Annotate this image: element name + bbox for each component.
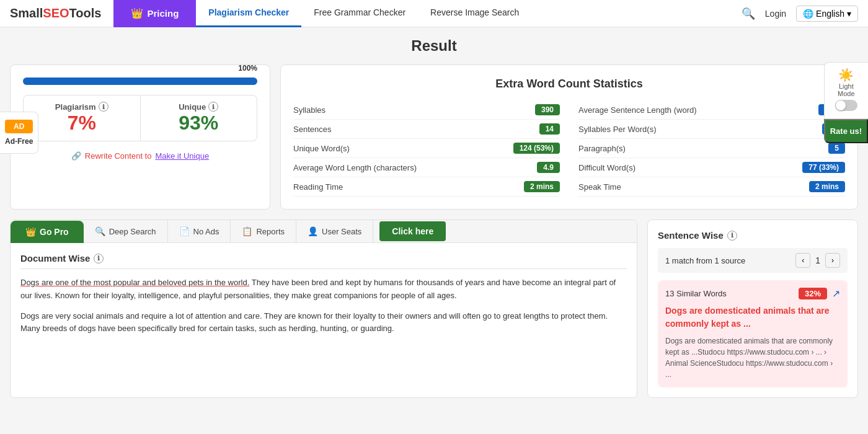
- rewrite-link[interactable]: 🔗 Rewrite Content to Make it Unique: [23, 151, 257, 161]
- rewrite-link-text: Make it Unique: [155, 151, 209, 161]
- external-link-icon[interactable]: ↗: [832, 288, 840, 299]
- pro-tabs-bar: 👑 Go Pro 🔍 Deep Search 📄 No Ads 📋 Report…: [11, 220, 637, 243]
- crown-pro-icon: 👑: [25, 227, 36, 237]
- plagiarism-score-box: Plagiarism ℹ 7%: [23, 95, 141, 141]
- header-right: 🔍 Login 🌐 English ▾: [742, 6, 858, 22]
- crown-icon: 👑: [131, 7, 143, 19]
- doc-paragraph-2: Dogs are very social animals and require…: [20, 310, 627, 336]
- ad-free-widget: AD Ad-Free: [0, 112, 38, 154]
- login-button[interactable]: Login: [765, 9, 786, 19]
- percent-badge: 32%: [799, 288, 827, 299]
- similar-source-text: Dogs are domesticated animals that are c…: [665, 335, 840, 380]
- user-seats-icon: 👤: [308, 226, 318, 236]
- sun-icon: ☀️: [830, 68, 863, 82]
- progress-bar-fill: [23, 78, 257, 85]
- similar-words-header: 13 Similar Words 32% ↗: [665, 288, 840, 299]
- light-mode-toggle[interactable]: [835, 100, 857, 111]
- progress-label: 100%: [238, 64, 257, 73]
- progress-bar-container: 100%: [23, 78, 257, 85]
- similar-words-box: 13 Similar Words 32% ↗ Dogs are domestic…: [658, 280, 848, 388]
- globe-icon: 🌐: [803, 9, 813, 19]
- document-wise-info-icon[interactable]: ℹ: [94, 254, 104, 264]
- unique-label: Unique ℹ: [147, 102, 251, 112]
- stat-row-syllables-per-word: Syllables Per Word(s) 1.7: [578, 120, 845, 139]
- sentence-wise-panel: Sentence Wise ℹ 1 match from 1 source ‹ …: [647, 219, 858, 398]
- light-mode-label: LightMode: [830, 82, 863, 97]
- plagiarism-info-icon[interactable]: ℹ: [99, 102, 108, 112]
- nav-plagiarism-checker[interactable]: Plagiarism Checker: [196, 0, 301, 27]
- pricing-button[interactable]: 👑 Pricing: [113, 0, 196, 27]
- logo-seo-text: SEO: [43, 6, 69, 20]
- unique-info-icon[interactable]: ℹ: [208, 102, 218, 112]
- result-title: Result: [10, 37, 858, 55]
- nav-prev-button[interactable]: ‹: [795, 253, 810, 268]
- unique-value: 93%: [147, 112, 251, 135]
- top-row: 100% Plagiarism ℹ 7% Unique ℹ 93%: [10, 64, 858, 210]
- logo-small-text: Small: [10, 6, 43, 20]
- sentence-wise-header: Sentence Wise ℹ: [658, 230, 848, 241]
- unique-score-box: Unique ℹ 93%: [141, 95, 258, 141]
- no-ads-icon: 📄: [179, 226, 190, 236]
- nav-current: 1: [815, 255, 820, 265]
- similar-text-highlight: Dogs are domesticated animals that are c…: [665, 304, 840, 330]
- stat-row-unique-words: Unique Word(s) 124 (53%): [293, 139, 560, 158]
- link-icon: 🔗: [71, 151, 81, 161]
- tab-deep-search[interactable]: 🔍 Deep Search: [84, 220, 168, 242]
- doc-paragraph-1: Dogs are one of the most popular and bel…: [20, 277, 627, 303]
- stats-title: Extra Word Count Statistics: [293, 78, 845, 91]
- nav-next-button[interactable]: ›: [825, 253, 840, 268]
- stat-row-reading-time: Reading Time 2 mins: [293, 177, 560, 197]
- stat-row-avg-word-length: Average Word Length (characters) 4.9: [293, 158, 560, 177]
- reports-icon: 📋: [242, 226, 252, 236]
- chevron-down-icon: ▾: [847, 9, 851, 19]
- progress-bar-background: 100%: [23, 78, 257, 85]
- deep-search-icon: 🔍: [95, 226, 105, 236]
- language-button[interactable]: 🌐 English ▾: [796, 6, 858, 22]
- nav-reverse-image-search[interactable]: Reverse Image Search: [418, 0, 531, 27]
- bottom-row: 👑 Go Pro 🔍 Deep Search 📄 No Ads 📋 Report…: [10, 219, 858, 398]
- logo-tools-text: Tools: [69, 6, 102, 20]
- pro-panel: 👑 Go Pro 🔍 Deep Search 📄 No Ads 📋 Report…: [10, 219, 637, 398]
- main-content: Result 100% Plagiarism ℹ 7%: [0, 27, 868, 408]
- tab-no-ads[interactable]: 📄 No Ads: [168, 220, 231, 242]
- pricing-label: Pricing: [147, 8, 179, 19]
- tab-reports[interactable]: 📋 Reports: [231, 220, 296, 242]
- nav-grammar-checker[interactable]: Free Grammar Checker: [301, 0, 418, 27]
- stats-panel: Extra Word Count Statistics Syllables 39…: [280, 64, 858, 210]
- document-wise-header: Document Wise ℹ: [20, 253, 627, 269]
- scores-row: Plagiarism ℹ 7% Unique ℹ 93%: [23, 95, 257, 141]
- document-wise-content: Document Wise ℹ Dogs are one of the most…: [11, 243, 637, 353]
- logo[interactable]: SmallSEOTools: [10, 6, 101, 20]
- light-mode-widget: ☀️ LightMode: [824, 62, 868, 119]
- toggle-knob: [836, 100, 846, 110]
- rate-us-button[interactable]: Rate us!: [824, 119, 868, 143]
- main-nav: Plagiarism Checker Free Grammar Checker …: [196, 0, 741, 27]
- ad-free-label: Ad-Free: [5, 137, 33, 146]
- stat-row-difficult-words: Difficult Word(s) 77 (33%): [578, 158, 845, 177]
- stats-grid: Syllables 390 Sentences 14 Unique Word(s…: [293, 100, 845, 197]
- stat-row-avg-sentence: Average Sentence Length (word) 16.6: [578, 100, 845, 120]
- stat-row-syllables: Syllables 390: [293, 100, 560, 120]
- stats-right-column: Average Sentence Length (word) 16.6 Syll…: [578, 100, 845, 197]
- similar-words-label: 13 Similar Words: [665, 289, 727, 298]
- match-text: 1 match from 1 source: [665, 256, 745, 265]
- doc-highlight-1: Dogs are one of the most popular and bel…: [20, 278, 249, 287]
- ad-icon: AD: [5, 120, 33, 133]
- match-nav: 1 match from 1 source ‹ 1 ›: [658, 248, 848, 273]
- sentence-wise-info-icon[interactable]: ℹ: [727, 231, 737, 241]
- stat-row-paragraphs: Paragraph(s) 5: [578, 139, 845, 158]
- tab-user-seats[interactable]: 👤 User Seats: [296, 220, 373, 242]
- stat-row-sentences: Sentences 14: [293, 120, 560, 139]
- document-text: Dogs are one of the most popular and bel…: [20, 277, 627, 335]
- go-pro-button[interactable]: 👑 Go Pro: [11, 221, 84, 243]
- stats-left-column: Syllables 390 Sentences 14 Unique Word(s…: [293, 100, 560, 197]
- plagiarism-label: Plagiarism ℹ: [30, 102, 134, 112]
- click-here-button[interactable]: Click here: [379, 221, 446, 241]
- side-widgets: ☀️ LightMode Rate us!: [824, 62, 868, 143]
- nav-arrows: ‹ 1 ›: [795, 253, 840, 268]
- search-button[interactable]: 🔍: [742, 7, 755, 20]
- plagiarism-panel: 100% Plagiarism ℹ 7% Unique ℹ 93%: [10, 64, 270, 210]
- stat-row-speak-time: Speak Time 2 mins: [578, 177, 845, 197]
- header: SmallSEOTools 👑 Pricing Plagiarism Check…: [0, 0, 868, 27]
- plagiarism-value: 7%: [30, 112, 134, 135]
